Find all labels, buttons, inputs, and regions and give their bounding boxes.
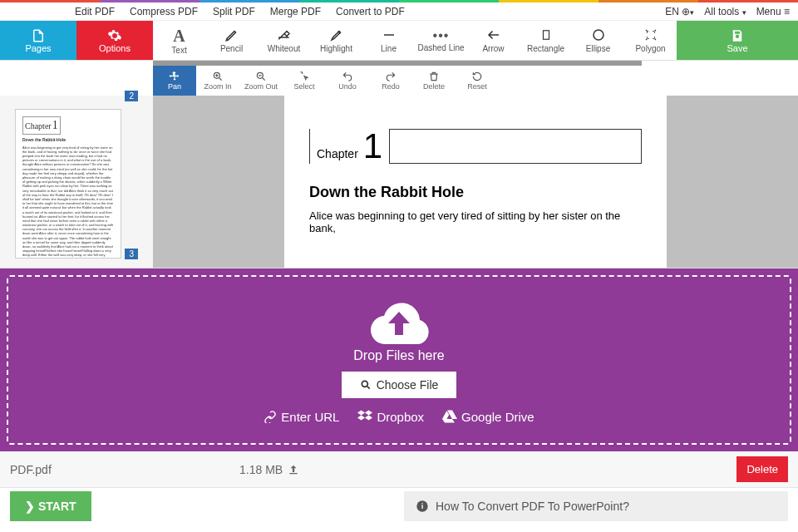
- delete-button[interactable]: Delete: [736, 456, 788, 482]
- enter-url-link[interactable]: Enter URL: [264, 410, 339, 424]
- pages-button[interactable]: Pages: [0, 21, 76, 60]
- dropbox-link[interactable]: Dropbox: [357, 410, 424, 424]
- page-badge-2[interactable]: 2: [125, 91, 138, 101]
- all-tools[interactable]: All tools ▾: [704, 6, 746, 17]
- menu-compress-pdf[interactable]: Compress PDF: [130, 6, 198, 17]
- menu-split-pdf[interactable]: Split PDF: [213, 6, 255, 17]
- drop-label: Drop Files here: [353, 348, 444, 363]
- page-heading: Down the Rabbit Hole: [309, 184, 642, 201]
- main-menu[interactable]: Menu ≡: [756, 6, 790, 17]
- search-icon: [360, 379, 372, 391]
- howto-panel[interactable]: iHow To Convert PDF To PowerPoint?: [404, 491, 788, 521]
- chevron-right-icon: ❯: [25, 500, 35, 513]
- etool-pan[interactable]: Pan: [153, 66, 196, 96]
- tool-dashed[interactable]: •••Dashed Line: [415, 21, 467, 60]
- tool-text[interactable]: AText: [153, 21, 205, 60]
- editor-toolbar: Pan Zoom In Zoom Out Select Undo Redo De…: [153, 66, 798, 96]
- svg-point-5: [362, 381, 367, 387]
- link-icon: [264, 410, 277, 423]
- thumbnail-panel: 2 Chapter 1 Down the Rabbit-Hole Alice w…: [0, 96, 153, 268]
- etool-reset[interactable]: Reset: [456, 66, 499, 96]
- file-size: 1.18 MB: [239, 463, 299, 476]
- menu-merge-pdf[interactable]: Merge PDF: [270, 6, 321, 17]
- etool-redo[interactable]: Redo: [369, 66, 412, 96]
- gdrive-link[interactable]: Google Drive: [442, 410, 534, 424]
- tool-rect[interactable]: Rectangle: [520, 21, 572, 60]
- etool-undo[interactable]: Undo: [326, 66, 369, 96]
- page-text: Alice was beginning to get very tired of…: [309, 209, 642, 234]
- svg-text:i: i: [421, 502, 424, 510]
- tool-pencil[interactable]: Pencil: [205, 21, 258, 60]
- choose-file-button[interactable]: Choose File: [342, 372, 457, 398]
- info-icon: i: [416, 500, 429, 513]
- dropzone[interactable]: Drop Files here Choose File Enter URL Dr…: [0, 268, 798, 451]
- top-menu: Edit PDF Compress PDF Split PDF Merge PD…: [0, 2, 798, 21]
- pages-icon: [31, 28, 46, 43]
- options-button[interactable]: Options: [76, 21, 153, 60]
- gear-icon: [107, 28, 122, 43]
- page-thumbnail[interactable]: Chapter 1 Down the Rabbit-Hole Alice was…: [15, 109, 121, 259]
- save-icon: [730, 28, 745, 43]
- menu-convert-pdf[interactable]: Convert to PDF: [336, 6, 405, 17]
- page-view: Chapter1 Down the Rabbit Hole Alice was …: [284, 96, 667, 268]
- file-name: PDF.pdf: [10, 463, 52, 476]
- etool-select[interactable]: Select: [283, 66, 326, 96]
- dropbox-icon: [357, 410, 372, 423]
- lang-select[interactable]: EN ⊕▾: [665, 6, 694, 17]
- etool-zoomout[interactable]: Zoom Out: [239, 66, 283, 96]
- tool-whiteout[interactable]: Whiteout: [258, 21, 310, 60]
- upload-icon: [288, 464, 299, 475]
- etool-zoomin[interactable]: Zoom In: [196, 66, 239, 96]
- etool-delete[interactable]: Delete: [412, 66, 456, 96]
- tool-polygon[interactable]: Polygon: [624, 21, 677, 60]
- page-badge-3[interactable]: 3: [125, 249, 138, 259]
- gdrive-icon: [442, 410, 457, 423]
- workspace: 2 Chapter 1 Down the Rabbit-Hole Alice w…: [0, 96, 798, 268]
- start-button[interactable]: ❯START: [10, 491, 91, 521]
- cloud-upload-icon: [362, 297, 436, 348]
- bottom-bar: ❯START iHow To Convert PDF To PowerPoint…: [0, 488, 798, 525]
- svg-rect-1: [543, 31, 549, 40]
- tool-line[interactable]: Line: [362, 21, 415, 60]
- menu-edit-pdf[interactable]: Edit PDF: [75, 6, 115, 17]
- tool-arrow[interactable]: Arrow: [467, 21, 520, 60]
- thumb-text: Alice was beginning to get very tired of…: [22, 145, 114, 259]
- save-button[interactable]: Save: [677, 21, 798, 60]
- file-row: PDF.pdf 1.18 MB Delete: [0, 451, 798, 488]
- tool-highlight[interactable]: Highlight: [310, 21, 362, 60]
- tool-ellipse[interactable]: Ellipse: [572, 21, 624, 60]
- svg-point-2: [594, 30, 603, 40]
- main-toolbar: Pages Options AText Pencil Whiteout High…: [0, 21, 798, 61]
- canvas[interactable]: Chapter1 Down the Rabbit Hole Alice was …: [153, 96, 798, 268]
